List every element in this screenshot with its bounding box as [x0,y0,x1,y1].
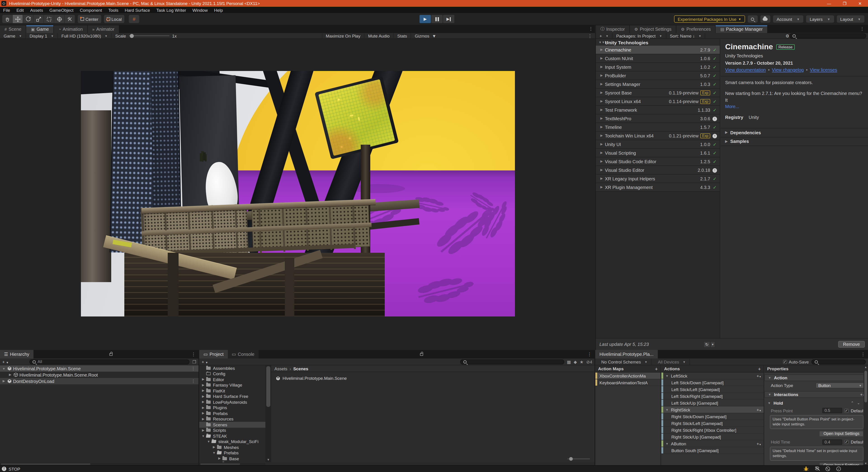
expand-arrow-icon[interactable] [600,168,605,172]
scale-slider[interactable] [129,35,169,36]
action-row[interactable]: ▼ LeftStick +▼ [661,373,764,379]
action-row[interactable]: ▼ Left Stick/Left [Gamepad] +▼ [661,386,764,393]
add-action-map-button[interactable]: + [655,366,658,371]
action-row[interactable]: ▼ Left Stick/Down [Gamepad] +▼ [661,379,764,386]
package-row[interactable]: Cinemachine 2.7.9 [596,46,720,54]
package-row[interactable]: Visual Studio Editor 2.0.18 [596,166,720,175]
move-down-icon[interactable]: ⌄ [857,401,860,405]
project-search-input[interactable] [460,359,564,364]
grid-snap-button[interactable]: # [129,15,139,23]
project-folder-row[interactable]: Prefabs [199,450,266,456]
restore-button[interactable]: ❐ [843,1,846,6]
lock-icon[interactable] [420,353,423,355]
interactions-section-header[interactable]: Interactions [774,392,798,397]
expand-arrow-icon[interactable] [600,48,605,52]
action-row[interactable]: ▼ Left Stick/Up [Gamepad] +▼ [661,400,764,406]
press-point-field[interactable]: 0.5 [822,408,842,413]
custom-tools-button[interactable] [65,15,75,23]
search-button[interactable] [748,15,758,23]
game-toggle[interactable]: Maximize On Play [322,33,364,38]
action-row[interactable]: ▼ Left Stick/Right [Gamepad] +▼ [661,393,764,400]
menu-item[interactable]: GameObject [46,7,76,12]
transform-tool-button[interactable] [54,15,65,23]
expand-arrow-icon[interactable] [600,125,605,129]
action-type-dropdown[interactable]: Button▼ [815,382,864,388]
project-folder-row[interactable]: Prefabs [199,410,266,416]
right-panel-tab[interactable]: ⓘ Inspector [596,25,630,33]
hierarchy-tab[interactable]: ☰Hierarchy [0,350,33,358]
add-binding-button[interactable]: +▼ [756,441,764,446]
expand-arrow-icon[interactable] [201,412,205,415]
hierarchy-search-input[interactable]: All [29,359,190,364]
hierarchy-row[interactable]: Hiveliminal.Prototype.Main.Scene ⋮ [0,365,198,372]
breadcrumb-root[interactable]: Assets [274,366,287,371]
progress-ok-icon[interactable]: ✓ [836,467,841,471]
game-target-dropdown[interactable]: Game▼ [0,33,26,38]
layers-dropdown[interactable]: Layers▼ [806,15,834,23]
expand-arrow-icon[interactable] [2,367,6,370]
expand-arrow-icon[interactable] [201,378,205,381]
rect-tool-button[interactable] [44,15,54,23]
add-binding-button[interactable]: +▼ [756,407,764,412]
panel-menu-icon[interactable]: ⋮ [585,352,594,357]
add-action-button[interactable]: + [758,366,761,371]
project-tree-scrollbar[interactable]: ▼ [266,365,271,462]
expand-arrow-icon[interactable] [600,160,605,163]
expand-arrow-icon[interactable] [600,117,605,120]
create-asset-button[interactable]: + ▼ [202,359,208,364]
press-point-default-checkbox[interactable]: ✓ [844,408,848,413]
minimize-button[interactable]: — [827,1,831,6]
breadcrumb-current[interactable]: Scenes [293,366,308,371]
menu-item[interactable]: File [0,7,13,12]
status-message[interactable]: STOP [8,466,20,471]
expand-arrow-icon[interactable] [212,451,216,454]
cache-server-disabled-icon[interactable] [815,467,819,471]
step-button[interactable]: ▶ [443,15,454,23]
expand-arrow-icon[interactable] [207,440,211,443]
menu-item[interactable]: Task Log Writer [153,7,189,12]
layout-dropdown[interactable]: Layout▼ [837,15,864,23]
package-row[interactable]: Sysroot Linux x64 0.1.14-preview Exp [596,97,720,106]
action-row[interactable]: ▼ RightStick +▼ [661,406,764,413]
row-menu-icon[interactable]: ⋮ [191,379,197,383]
expand-arrow-icon[interactable] [2,379,6,383]
package-row[interactable]: Settings Manager 1.0.3 [596,80,720,89]
expand-arrow-icon[interactable] [201,417,205,421]
project-folder-row[interactable]: FlatKit [199,388,266,394]
expand-arrow-icon[interactable] [201,435,205,438]
scene-picker-icon[interactable]: ❐ [192,359,196,364]
gizmos-dropdown[interactable]: Gizmos▼ [411,33,440,38]
hold-time-field[interactable]: 0.4 [822,439,842,445]
view-tab[interactable]: » Animator [88,25,119,33]
play-button[interactable]: ▶ [420,15,431,23]
panel-menu-icon[interactable]: ⋮ [586,26,596,31]
expand-arrow-icon[interactable] [600,151,605,155]
expand-arrow-icon[interactable] [600,143,605,146]
project-folder-row[interactable]: Scenes [199,422,266,428]
expand-arrow-icon[interactable] [8,373,12,377]
expand-arrow-icon[interactable] [201,429,205,432]
project-folder-row[interactable]: Fantasy Village [199,382,266,388]
menu-item[interactable]: Edit [13,7,27,12]
package-row[interactable]: Sysroot Base 0.1.19-preview Exp [596,89,720,97]
action-row[interactable]: ▼ Button South [Gamepad] +▼ [661,447,764,454]
project-folder-row[interactable]: LowPolyAsteroids [199,399,266,405]
project-panel-tab[interactable]: ▭Console [228,350,258,358]
refresh-button[interactable]: ↻ [704,341,710,347]
action-row[interactable]: ▼ AButton +▼ [661,440,764,447]
project-folder-row[interactable]: Resources [199,416,266,422]
game-toggle[interactable]: Mute Audio [364,33,393,38]
expand-arrow-icon[interactable] [201,395,205,398]
menu-item[interactable]: Help [211,7,226,12]
project-folder-row[interactable]: Hard Surface Free [199,394,266,399]
add-gameobject-button[interactable]: + ▼ [2,359,8,364]
game-toggle[interactable]: Stats [393,33,411,38]
expand-arrow-icon[interactable] [201,400,205,404]
project-folder-row[interactable]: steak_Modular_SciFi [199,439,266,444]
project-folder-row[interactable]: Config [199,371,266,377]
hierarchy-row[interactable]: DontDestroyOnLoad ⋮ [0,378,198,384]
debugger-bug-icon[interactable] [803,466,809,472]
pan-tool-button[interactable] [2,15,13,23]
menu-item[interactable]: Component [76,7,105,12]
view-tab[interactable]: ◔ Animation [54,25,88,33]
